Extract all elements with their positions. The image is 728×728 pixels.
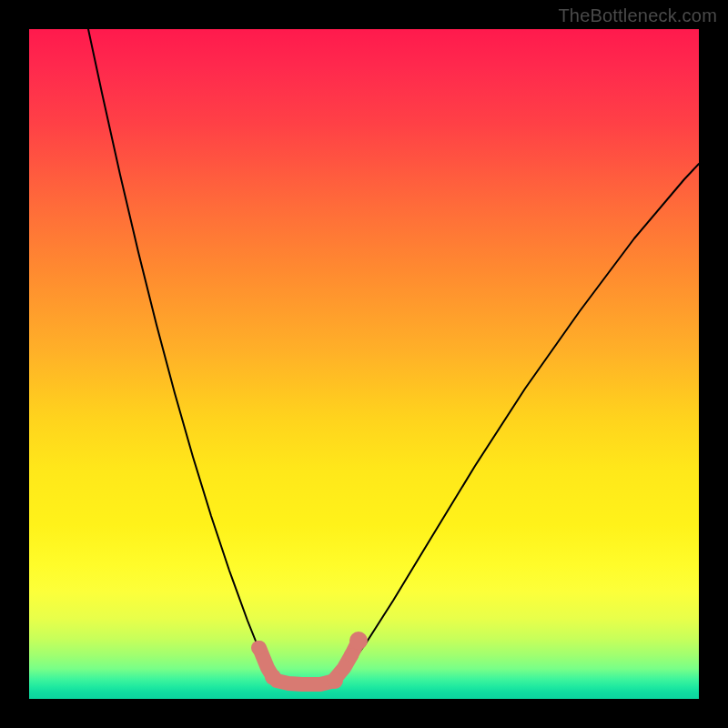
- marker-right-top-dot: [349, 632, 368, 650]
- watermark-text: TheBottleneck.com: [558, 5, 717, 26]
- marker-bottom-right-dot: [327, 672, 343, 689]
- series-right-branch: [339, 164, 699, 677]
- marker-left-dot: [251, 641, 266, 655]
- marker-right-lower-dot: [344, 648, 359, 662]
- curve-layer: [29, 29, 699, 699]
- outer-frame: TheBottleneck.com: [0, 0, 728, 728]
- series-bottom-salmon-segment: [277, 681, 335, 684]
- plot-area: [29, 29, 699, 699]
- series-left-branch: [88, 29, 273, 677]
- marker-mid-left-dot: [265, 669, 281, 685]
